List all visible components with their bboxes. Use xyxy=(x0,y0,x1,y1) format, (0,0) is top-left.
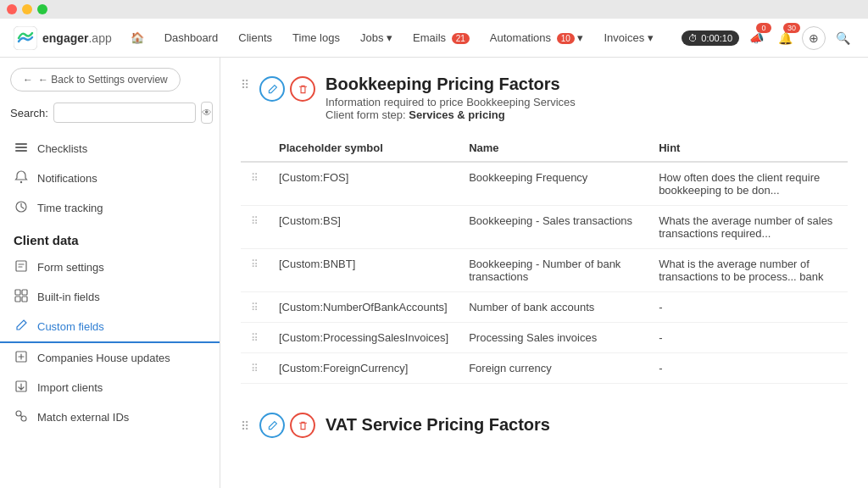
megaphone-btn[interactable]: 📣 0 xyxy=(744,26,768,50)
edit-bookkeeping-btn[interactable] xyxy=(259,76,285,102)
row-placeholder: [Custom:FOS] xyxy=(269,162,459,206)
col-name-header: Name xyxy=(459,135,648,162)
bookkeeping-title-area: Bookkeeping Pricing Factors Information … xyxy=(326,75,576,121)
nav-emails[interactable]: Emails 21 xyxy=(404,28,478,47)
timetracking-icon xyxy=(14,200,29,216)
table-row: ⠿ [Custom:BNBT] Bookkeeping - Number of … xyxy=(241,249,848,292)
table-row: ⠿ [Custom:ProcessingSalesInvoices] Proce… xyxy=(241,323,848,353)
sidebar-item-timetracking[interactable]: Time tracking xyxy=(0,193,220,223)
drag-handle-bookkeeping[interactable]: ⠿ xyxy=(241,75,249,92)
checklists-icon xyxy=(14,141,29,157)
vat-action-btns xyxy=(259,411,315,438)
main-content: ⠿ Bookkeeping Pricing Factors Informatio… xyxy=(220,58,868,488)
svg-rect-1 xyxy=(15,143,27,145)
row-drag-handle[interactable]: ⠿ xyxy=(251,172,259,184)
row-hint: How often does the client require bookke… xyxy=(648,162,848,206)
row-name: Processing Sales invoices xyxy=(459,323,648,353)
companieshouse-icon xyxy=(14,350,29,366)
notification-btn[interactable]: 🔔 30 xyxy=(773,26,797,50)
delete-bookkeeping-btn[interactable] xyxy=(290,76,315,102)
notifications-icon xyxy=(14,170,29,186)
bookkeeping-subtitle: Information required to price Bookkeepin… xyxy=(326,96,576,121)
bookkeeping-header: ⠿ Bookkeeping Pricing Factors Informatio… xyxy=(241,75,848,121)
table-row: ⠿ [Custom:FOS] Bookkeeping Frequency How… xyxy=(241,162,848,206)
nav-logo[interactable]: engager.app xyxy=(14,26,112,50)
row-drag-handle[interactable]: ⠿ xyxy=(251,258,259,270)
add-btn[interactable]: ⊕ xyxy=(802,26,826,50)
svg-rect-9 xyxy=(15,297,20,302)
row-placeholder: [Custom:NumberOfBankAccounts] xyxy=(269,292,459,323)
row-drag-handle[interactable]: ⠿ xyxy=(251,363,259,374)
customfields-icon xyxy=(14,319,29,335)
svg-rect-3 xyxy=(15,150,27,152)
bookkeeping-table: Placeholder symbol Name Hint ⠿ [Custom:F… xyxy=(241,135,848,384)
row-hint: Whats the average number of sales transa… xyxy=(648,206,848,249)
sidebar-item-notifications[interactable]: Notifications xyxy=(0,164,220,193)
back-to-settings-btn[interactable]: ← ← Back to Settings overview xyxy=(10,68,181,92)
row-placeholder: [Custom:ProcessingSalesInvoices] xyxy=(269,323,459,353)
sidebar-item-customfields[interactable]: Custom fields xyxy=(0,312,220,343)
vat-title: VAT Service Pricing Factors xyxy=(326,415,550,435)
row-name: Bookkeeping Frequency xyxy=(459,162,648,206)
nav-jobs[interactable]: Jobs ▾ xyxy=(352,28,401,47)
row-drag-handle[interactable]: ⠿ xyxy=(251,215,259,227)
search-input[interactable] xyxy=(53,103,196,123)
row-name: Foreign currency xyxy=(459,353,648,384)
nav-bar: engager.app 🏠 Dashboard Clients Time log… xyxy=(0,19,868,58)
builtinfields-icon xyxy=(14,289,29,305)
minimize-button[interactable] xyxy=(22,4,32,14)
col-hint-header: Hint xyxy=(648,135,848,162)
vat-header: ⠿ VAT Service Pricing Factors xyxy=(241,411,848,438)
row-hint: - xyxy=(648,323,848,353)
sidebar-item-builtinfields[interactable]: Built-in fields xyxy=(0,282,220,312)
row-hint: - xyxy=(648,292,848,323)
nav-automations[interactable]: Automations 10 ▾ xyxy=(481,28,593,47)
nav-dashboard[interactable]: Dashboard xyxy=(156,28,227,47)
bookkeeping-action-btns xyxy=(259,75,315,102)
row-name: Bookkeeping - Sales transactions xyxy=(459,206,648,249)
row-name: Number of bank accounts xyxy=(459,292,648,323)
svg-rect-2 xyxy=(15,147,27,148)
sidebar-item-importclients[interactable]: Import clients xyxy=(0,373,220,402)
sidebar-item-formsettings[interactable]: Form settings xyxy=(0,252,220,282)
svg-rect-10 xyxy=(22,297,27,302)
svg-rect-6 xyxy=(16,261,26,271)
svg-point-4 xyxy=(20,181,22,183)
col-drag-header xyxy=(241,135,269,162)
nav-invoices[interactable]: Invoices ▾ xyxy=(595,28,661,47)
sidebar-item-companieshouse[interactable]: Companies House updates xyxy=(0,343,220,373)
svg-rect-8 xyxy=(22,290,27,295)
sidebar-item-matchexternalids[interactable]: Match external IDs xyxy=(0,402,220,432)
sidebar-item-checklists[interactable]: Checklists xyxy=(0,134,220,164)
nav-home[interactable]: 🏠 xyxy=(122,28,153,47)
nav-clients[interactable]: Clients xyxy=(230,28,281,47)
title-bar xyxy=(0,0,868,19)
close-button[interactable] xyxy=(7,4,17,14)
client-data-section-title: Client data xyxy=(0,223,220,252)
sidebar-search-area: Search: 👁 xyxy=(10,102,209,124)
main-layout: ← ← Back to Settings overview Search: 👁 … xyxy=(0,58,868,488)
vat-section: ⠿ VAT Service Pricing Factors xyxy=(241,411,848,438)
automations-badge: 10 xyxy=(557,33,575,44)
table-row: ⠿ [Custom:ForeignCurrency] Foreign curre… xyxy=(241,353,848,384)
edit-vat-btn[interactable] xyxy=(259,413,285,438)
row-drag-handle[interactable]: ⠿ xyxy=(251,332,259,344)
search-eye-icon[interactable]: 👁 xyxy=(201,102,213,124)
back-arrow-icon: ← xyxy=(23,74,33,86)
sidebar: ← ← Back to Settings overview Search: 👁 … xyxy=(0,58,220,488)
nav-timelogs[interactable]: Time logs xyxy=(284,28,348,47)
table-row: ⠿ [Custom:BS] Bookkeeping - Sales transa… xyxy=(241,206,848,249)
emails-badge: 21 xyxy=(452,33,470,44)
col-placeholder-header: Placeholder symbol xyxy=(269,135,459,162)
importclients-icon xyxy=(14,380,29,396)
maximize-button[interactable] xyxy=(37,4,47,14)
search-btn[interactable]: 🔍 xyxy=(831,26,854,50)
row-placeholder: [Custom:ForeignCurrency] xyxy=(269,353,459,384)
row-placeholder: [Custom:BS] xyxy=(269,206,459,249)
bookkeeping-title: Bookkeeping Pricing Factors xyxy=(326,75,576,94)
nav-timer[interactable]: ⏱ 0:00:10 xyxy=(682,30,739,46)
drag-handle-vat[interactable]: ⠿ xyxy=(241,416,249,433)
row-drag-handle[interactable]: ⠿ xyxy=(251,302,259,313)
row-placeholder: [Custom:BNBT] xyxy=(269,249,459,292)
delete-vat-btn[interactable] xyxy=(290,413,315,438)
